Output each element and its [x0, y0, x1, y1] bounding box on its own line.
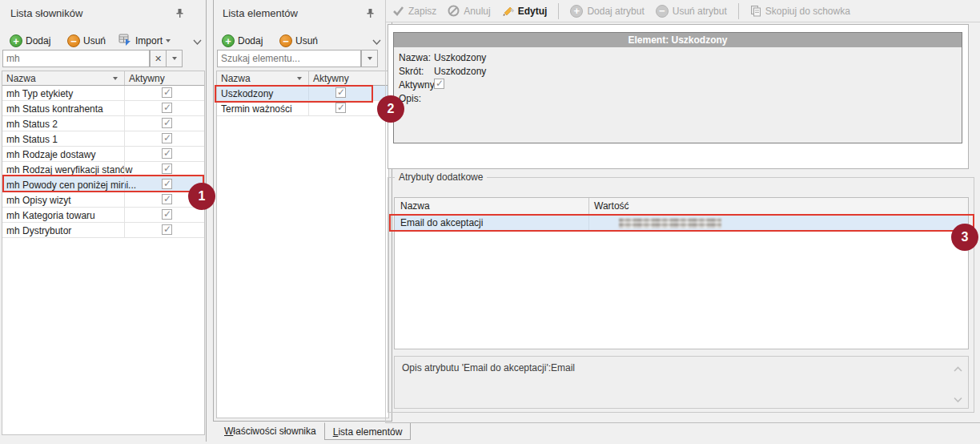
- element-table-header[interactable]: Nazwa Aktywny: [217, 71, 388, 86]
- dict-active-cell: ✓: [124, 131, 204, 146]
- checkbox-checked[interactable]: ✓: [162, 118, 172, 128]
- dict-name-cell: mh Kategoria towaru: [2, 208, 97, 222]
- table-row[interactable]: mh Status 1 ✓: [2, 131, 204, 147]
- pin-icon[interactable]: [175, 8, 184, 21]
- annotation-rect-2: [215, 85, 373, 103]
- checkbox-checked[interactable]: ✓: [434, 79, 444, 89]
- dock-divider: [385, 0, 386, 423]
- field-label: Skrót:: [399, 66, 424, 77]
- column-header-wartosc[interactable]: Wartość: [594, 200, 629, 212]
- annotation-rect-1: [2, 175, 204, 192]
- checkbox-checked[interactable]: ✓: [162, 209, 172, 220]
- cancel-button-label: Anuluj: [464, 6, 490, 17]
- filter-dropdown-button[interactable]: [166, 50, 183, 67]
- table-row[interactable]: mh Rodzaje dostawy ✓: [2, 147, 204, 162]
- table-row[interactable]: mh Dystrybutor ✓: [2, 223, 204, 238]
- column-header-nazwa[interactable]: Nazwa: [6, 73, 36, 84]
- add-attribute-label: Dodaj atrybut: [587, 6, 644, 17]
- dictionary-table: Nazwa Aktywny mh Typ etykiety ✓ mh Statu…: [2, 71, 205, 435]
- check-icon: ✓: [163, 147, 171, 159]
- column-header-nazwa[interactable]: Nazwa: [400, 200, 430, 212]
- copy-to-clipboard-label: Skopiuj do schowka: [765, 6, 850, 17]
- remove-icon: −: [279, 34, 292, 47]
- column-header-aktywny[interactable]: Aktywny: [313, 73, 349, 84]
- table-row[interactable]: mh Kategoria towaru ✓: [2, 208, 204, 223]
- remove-attribute-label: Usuń atrybut: [673, 6, 727, 17]
- dict-active-cell: ✓: [124, 208, 204, 222]
- save-button-label: Zapisz: [408, 6, 436, 17]
- field-opis: Opis:: [394, 92, 962, 105]
- pin-icon[interactable]: [366, 8, 375, 21]
- column-header-aktywny[interactable]: Aktywny: [129, 73, 165, 84]
- column-divider[interactable]: [124, 71, 125, 85]
- attributes-table-header[interactable]: Nazwa Wartość: [395, 198, 968, 215]
- scroll-up-icon[interactable]: [954, 364, 962, 370]
- dict-active-cell: ✓: [124, 101, 204, 115]
- checkbox-checked[interactable]: ✓: [162, 194, 172, 204]
- checkbox-checked[interactable]: ✓: [162, 87, 172, 98]
- check-icon: ✓: [163, 132, 171, 143]
- checkbox-checked[interactable]: ✓: [162, 148, 172, 159]
- add-attribute-button[interactable]: + Dodaj atrybut: [570, 5, 644, 18]
- check-icon: ✓: [163, 163, 171, 174]
- element-search-input[interactable]: [217, 50, 361, 67]
- field-value: Uszkodzony: [434, 52, 486, 63]
- checkbox-checked[interactable]: ✓: [162, 163, 172, 174]
- sort-icon: [113, 77, 118, 80]
- save-button[interactable]: Zapisz: [392, 6, 436, 17]
- add-button[interactable]: + Dodaj: [10, 34, 50, 48]
- checkbox-checked[interactable]: ✓: [162, 103, 172, 113]
- tab-wlasciwosci-slownika[interactable]: Właściwości słownika: [216, 423, 324, 441]
- dict-name-cell: mh Status 1: [2, 131, 59, 146]
- edit-button[interactable]: Edytuj: [502, 5, 548, 17]
- table-row[interactable]: mh Opisy wizyt ✓: [2, 192, 204, 208]
- column-divider[interactable]: [308, 71, 309, 85]
- dict-name-cell: mh Rodzaje dostawy: [2, 147, 97, 161]
- column-divider[interactable]: [588, 198, 589, 214]
- detail-toolbar: Zapisz Anuluj Edytuj + Dodaj atrybut − U…: [386, 0, 980, 22]
- table-row[interactable]: Termin ważności ✓: [217, 101, 388, 116]
- add-button[interactable]: + Dodaj: [222, 34, 263, 48]
- remove-button-label: Usuń: [83, 35, 106, 46]
- edit-button-label: Edytuj: [518, 6, 548, 17]
- panel-title: Lista elementów: [223, 7, 298, 19]
- field-value: Uszkodzony: [434, 66, 486, 77]
- checkbox-checked[interactable]: ✓: [162, 133, 172, 143]
- scroll-down-icon[interactable]: [954, 394, 962, 401]
- dict-name-cell: mh Status kontrahenta: [2, 101, 105, 115]
- close-icon: ✕: [155, 54, 162, 64]
- checkbox-checked[interactable]: ✓: [162, 224, 172, 235]
- remove-button[interactable]: − Usuń: [279, 34, 318, 48]
- remove-button-label: Usuń: [295, 35, 318, 46]
- checkbox-checked[interactable]: ✓: [335, 103, 346, 113]
- column-header-nazwa[interactable]: Nazwa: [221, 73, 251, 84]
- cancel-icon: [448, 5, 460, 17]
- dictionary-filter-input[interactable]: [2, 50, 150, 67]
- toolbar-overflow-icon[interactable]: [372, 37, 381, 48]
- copy-to-clipboard-button[interactable]: Skopiuj do schowka: [750, 5, 850, 17]
- field-nazwa: Nazwa: Uszkodzony: [394, 51, 962, 64]
- search-dropdown-button[interactable]: [361, 50, 378, 67]
- annotation-badge-3: 3: [951, 224, 978, 251]
- table-row[interactable]: mh Typ etykiety ✓: [2, 86, 204, 101]
- import-dropdown-icon: [166, 39, 171, 42]
- import-button[interactable]: Import: [118, 34, 171, 48]
- table-row[interactable]: mh Status kontrahenta ✓: [2, 101, 204, 116]
- toolbar-overflow-icon[interactable]: [193, 37, 202, 48]
- cancel-button[interactable]: Anuluj: [448, 5, 490, 17]
- dictionary-table-header[interactable]: Nazwa Aktywny: [2, 71, 204, 86]
- element-table: Nazwa Aktywny Uszkodzony ✓ Termin ważnoś…: [216, 71, 389, 418]
- sort-icon: [297, 77, 302, 80]
- import-icon: [118, 34, 132, 49]
- remove-attribute-button[interactable]: − Usuń atrybut: [656, 5, 727, 18]
- pencil-icon: [502, 5, 514, 17]
- remove-icon: −: [67, 34, 80, 47]
- tab-lista-elementow[interactable]: Lista elementów: [324, 422, 412, 440]
- check-icon: ✓: [163, 208, 171, 220]
- annotation-badge-2: 2: [377, 95, 404, 123]
- chevron-down-icon: [172, 57, 177, 60]
- toolbar-separator: [558, 3, 559, 19]
- table-row[interactable]: mh Status 2 ✓: [2, 116, 204, 131]
- clear-filter-button[interactable]: ✕: [150, 50, 167, 67]
- remove-button[interactable]: − Usuń: [67, 34, 106, 48]
